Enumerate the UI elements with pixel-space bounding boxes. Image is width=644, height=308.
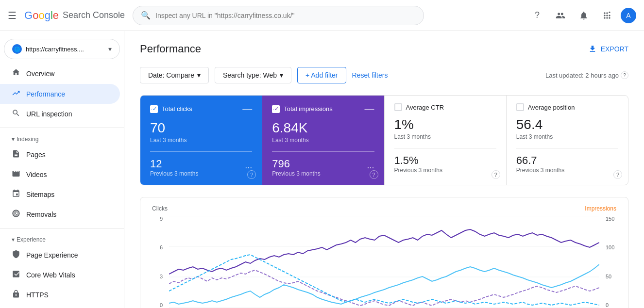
https-icon	[12, 290, 20, 300]
date-filter-button[interactable]: Date: Compare ▾	[140, 67, 209, 83]
metric-prev-period-clicks: Previous 3 months	[150, 170, 198, 177]
y-label: 3	[160, 274, 163, 279]
chart-svg	[169, 216, 599, 308]
reset-filters-link[interactable]: Reset filters	[352, 71, 388, 79]
sidebar-item-label: Overview	[26, 70, 54, 78]
sidebar-item-label: Page Experience	[26, 251, 78, 259]
y-label-r: 50	[606, 274, 611, 279]
help-icon[interactable]: ?	[370, 170, 378, 179]
help-icon[interactable]: ?	[247, 170, 256, 179]
metric-card-average-ctr[interactable]: Average CTR 1% Last 3 months 1.5% Previo…	[385, 96, 507, 185]
app-name: Search Console	[63, 10, 125, 20]
chevron-down-icon: ▾	[12, 136, 15, 143]
metric-card-average-position[interactable]: Average position 56.4 Last 3 months 66.7…	[507, 96, 628, 185]
property-selector[interactable]: 🌐 https://carryfitness.... ▾	[4, 39, 120, 59]
filters-bar: Date: Compare ▾ Search type: Web ▾ + Add…	[140, 67, 628, 83]
sidebar: 🌐 https://carryfitness.... ▾ Overview Pe…	[0, 31, 124, 308]
last-updated: Last updated: 2 hours ago ?	[545, 71, 628, 79]
sitemaps-icon	[12, 189, 20, 199]
chart-svg-container	[169, 216, 599, 308]
y-label-r: 100	[606, 244, 614, 250]
metric-label-clicks: Total clicks	[162, 105, 192, 113]
metric-period-impressions: Last 3 months	[272, 137, 374, 144]
sidebar-item-label: Pages	[26, 151, 46, 159]
sidebar-item-url-inspection[interactable]: URL inspection	[0, 104, 120, 124]
chart-container: Clicks Impressions 9 6 3 0 150 100 50 0	[140, 197, 628, 308]
export-button[interactable]: EXPORT	[588, 45, 628, 53]
apps-icon[interactable]	[597, 6, 617, 25]
sidebar-item-overview[interactable]: Overview	[0, 63, 120, 84]
metric-dash: —	[242, 103, 252, 114]
pages-icon	[12, 149, 20, 160]
export-label: EXPORT	[601, 45, 628, 53]
search-icon: 🔍	[141, 11, 151, 20]
chart-area: 9 6 3 0 150 100 50 0	[152, 216, 616, 308]
sidebar-item-label: Sitemaps	[26, 191, 54, 198]
property-url: https://carryfitness....	[26, 46, 104, 53]
divider	[150, 151, 252, 152]
metric-checkbox-clicks[interactable]	[150, 105, 158, 113]
menu-icon[interactable]: ☰	[8, 10, 17, 21]
last-updated-text: Last updated: 2 hours ago	[545, 72, 619, 79]
users-icon[interactable]	[551, 6, 570, 25]
page-title: Performance	[140, 43, 201, 55]
page-header: Performance EXPORT	[140, 43, 628, 55]
home-icon	[12, 68, 20, 79]
removals-icon	[12, 209, 20, 219]
help-icon[interactable]: ?	[491, 170, 500, 179]
sidebar-item-page-experience[interactable]: Page Experience	[0, 245, 120, 265]
sidebar-item-label: Performance	[26, 90, 65, 98]
metric-prev-period-position: Previous 3 months	[516, 167, 564, 174]
url-search-bar[interactable]: 🔍	[133, 6, 424, 25]
url-search-input[interactable]	[155, 12, 416, 19]
metric-period-position: Last 3 months	[516, 133, 618, 140]
add-filter-button[interactable]: + Add filter	[297, 67, 346, 83]
metric-checkbox-ctr[interactable]	[394, 103, 402, 111]
google-logo-text: Google	[24, 9, 59, 22]
y-axis-left: 9 6 3 0	[152, 216, 167, 308]
help-icon[interactable]: ?	[527, 6, 547, 25]
help-icon[interactable]: ?	[621, 71, 628, 79]
sidebar-item-label: Core Web Vitals	[26, 271, 75, 279]
metric-prev-period-impressions: Previous 3 months	[272, 170, 320, 177]
metric-label-ctr: Average CTR	[406, 104, 444, 111]
date-filter-label: Date: Compare	[148, 71, 194, 79]
chart-right-label: Impressions	[585, 205, 616, 212]
sidebar-item-core-web-vitals[interactable]: Core Web Vitals	[0, 265, 120, 285]
sidebar-item-videos[interactable]: Videos	[0, 164, 120, 184]
trending-icon	[12, 89, 20, 99]
metric-value-position: 56.4	[516, 117, 618, 132]
sidebar-item-sitemaps[interactable]: Sitemaps	[0, 184, 120, 204]
divider	[0, 128, 124, 128]
sidebar-item-removals[interactable]: Removals	[0, 204, 120, 224]
sidebar-item-performance[interactable]: Performance	[0, 84, 120, 104]
metric-card-total-impressions[interactable]: Total impressions — 6.84K Last 3 months …	[262, 96, 384, 185]
metric-value-clicks: 70	[150, 120, 252, 136]
help-icon[interactable]: ?	[613, 170, 622, 179]
divider	[516, 148, 618, 148]
metric-value-ctr: 1%	[394, 117, 496, 132]
metric-prev-value-impressions: 796	[272, 158, 320, 170]
indexing-section[interactable]: ▾ Indexing	[0, 132, 124, 145]
sidebar-item-https[interactable]: HTTPS	[0, 285, 120, 305]
logo: Google Search Console	[24, 9, 125, 22]
sidebar-item-label: Removals	[26, 211, 56, 218]
metric-card-total-clicks[interactable]: Total clicks — 70 Last 3 months 12 Previ…	[140, 96, 262, 185]
metric-dash: —	[365, 103, 374, 114]
metric-checkbox-position[interactable]	[516, 103, 524, 111]
notifications-icon[interactable]	[574, 6, 593, 25]
avatar[interactable]: A	[621, 8, 636, 23]
metric-prev-row: 66.7 Previous 3 months	[516, 154, 618, 174]
metric-checkbox-impressions[interactable]	[272, 105, 280, 113]
metric-period-clicks: Last 3 months	[150, 137, 252, 144]
search-type-label: Search type: Web	[223, 71, 277, 79]
videos-icon	[12, 169, 20, 179]
search-type-filter-button[interactable]: Search type: Web ▾	[215, 67, 291, 83]
topbar: ☰ Google Search Console 🔍 ? A	[0, 0, 644, 31]
experience-section[interactable]: ▾ Experience	[0, 232, 124, 245]
add-filter-label: + Add filter	[305, 71, 338, 79]
sidebar-item-pages[interactable]: Pages	[0, 145, 120, 164]
sidebar-item-label: HTTPS	[26, 291, 49, 299]
metric-prev-value-position: 66.7	[516, 154, 564, 167]
metric-value-impressions: 6.84K	[272, 120, 374, 136]
